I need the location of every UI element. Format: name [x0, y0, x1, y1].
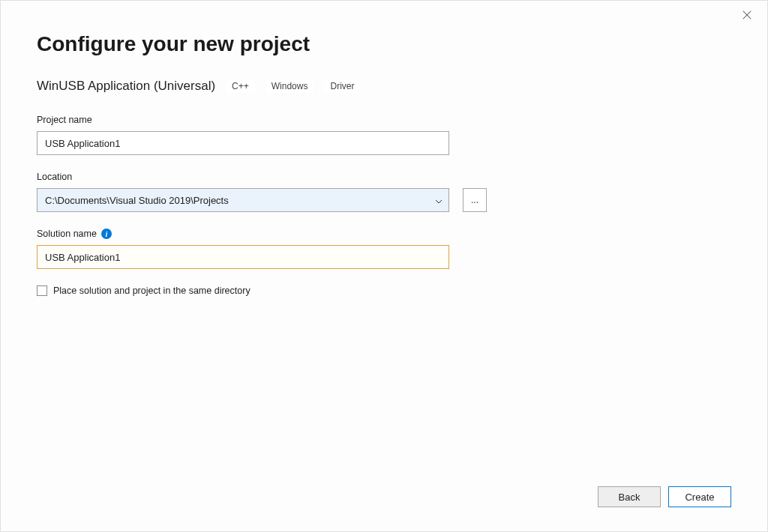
template-name: WinUSB Application (Universal)	[37, 79, 215, 94]
same-directory-checkbox[interactable]	[37, 285, 47, 296]
location-label: Location	[37, 172, 731, 182]
browse-button[interactable]: ...	[463, 188, 487, 212]
create-button[interactable]: Create	[668, 486, 731, 507]
page-title: Configure your new project	[37, 32, 731, 56]
close-icon[interactable]	[742, 10, 754, 22]
solution-name-label-text: Solution name	[37, 229, 97, 239]
template-row: WinUSB Application (Universal) C++ Windo…	[37, 79, 731, 94]
same-directory-label: Place solution and project in the same d…	[53, 285, 250, 296]
project-name-input[interactable]	[37, 131, 449, 155]
location-input[interactable]	[37, 188, 449, 212]
project-name-label: Project name	[37, 115, 731, 125]
back-button[interactable]: Back	[598, 486, 661, 507]
solution-name-input[interactable]	[37, 245, 449, 269]
tag-windows: Windows	[266, 79, 314, 93]
tag-driver: Driver	[324, 79, 360, 93]
info-icon[interactable]: i	[101, 229, 112, 239]
tag-cpp: C++	[226, 79, 255, 93]
solution-name-label: Solution name i	[37, 229, 731, 239]
